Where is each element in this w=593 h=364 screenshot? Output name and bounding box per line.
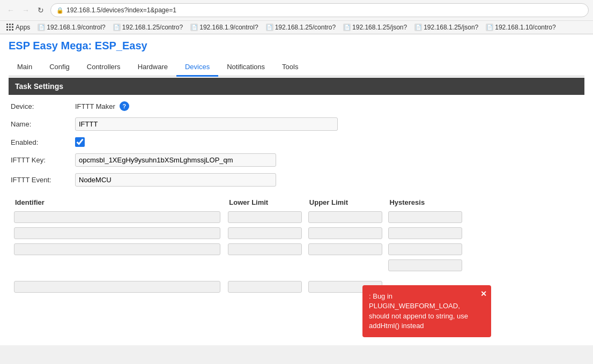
lock-icon: 🔒 — [56, 7, 64, 14]
bookmark-4-label: 192.168.1.25/contro? — [275, 24, 336, 31]
page-content: ESP Easy Mega: ESP_Easy Main Config Cont… — [0, 34, 593, 345]
col-header-hysteresis: Hysteresis — [386, 196, 465, 209]
hysteresis-input-4[interactable] — [388, 259, 462, 271]
key-value-container — [75, 153, 582, 167]
lower-input-2[interactable] — [228, 227, 302, 239]
bookmark-2-label: 192.168.1.25/contro? — [122, 24, 183, 31]
hysteresis-input-2[interactable] — [388, 227, 462, 239]
upper-input-3[interactable] — [308, 243, 382, 255]
error-toast: ✕ : Bug in PLUGIN_WEBFORM_LOAD, should n… — [362, 285, 491, 337]
apps-icon — [6, 24, 14, 31]
favicon-7: 📄 — [486, 24, 493, 31]
identifier-input-1[interactable] — [14, 211, 220, 223]
table-row — [12, 210, 465, 225]
tab-controllers[interactable]: Controllers — [78, 58, 129, 77]
table-row — [12, 242, 465, 257]
forward-button[interactable]: → — [19, 4, 32, 17]
bookmark-7-label: 192.168.1.10/contro? — [495, 24, 555, 31]
favicon-4: 📄 — [266, 24, 273, 31]
favicon-5: 📄 — [343, 24, 351, 31]
upper-input-1[interactable] — [308, 211, 382, 223]
help-icon[interactable]: ? — [120, 101, 129, 111]
bookmark-6-label: 192.168.1.25/json? — [424, 24, 478, 31]
reload-button[interactable]: ↻ — [34, 4, 47, 17]
identifier-input-bottom[interactable] — [14, 281, 220, 293]
lower-input-1[interactable] — [228, 211, 302, 223]
event-value-container — [75, 173, 582, 187]
col-header-lower: Lower Limit — [226, 196, 305, 209]
page-title: ESP Easy Mega: ESP_Easy — [9, 40, 584, 52]
tab-hardware[interactable]: Hardware — [129, 58, 176, 77]
favicon-3: 📄 — [190, 24, 198, 31]
name-row: Name: — [11, 114, 582, 134]
event-row: IFTTT Event: — [11, 170, 582, 190]
section-header: Task Settings — [9, 78, 584, 95]
key-label: IFTTT Key: — [11, 156, 75, 164]
lower-input-3[interactable] — [228, 243, 302, 255]
enabled-row: Enabled: — [11, 134, 582, 150]
back-button[interactable]: ← — [4, 4, 17, 17]
col-header-identifier: Identifier — [12, 196, 225, 209]
hysteresis-input-1[interactable] — [388, 211, 462, 223]
device-label: Device: — [11, 102, 75, 110]
favicon-2: 📄 — [113, 24, 121, 31]
tab-tools[interactable]: Tools — [273, 58, 307, 77]
lower-input-bottom[interactable] — [228, 281, 302, 293]
address-bar[interactable]: 🔒 192.168.1.5/devices?index=1&page=1 — [50, 3, 589, 17]
device-value-container: IFTTT Maker ? — [75, 101, 582, 111]
favicon-6: 📄 — [414, 24, 422, 31]
separator-row — [12, 274, 465, 278]
hysteresis-input-3[interactable] — [388, 243, 462, 255]
bookmark-3-label: 192.168.1.9/control? — [199, 24, 258, 31]
name-value-container — [75, 117, 582, 131]
nav-tabs: Main Config Controllers Hardware Devices… — [9, 58, 584, 77]
name-input[interactable] — [75, 117, 338, 131]
browser-chrome: ← → ↻ 🔒 192.168.1.5/devices?index=1&page… — [0, 0, 593, 34]
bookmarks-bar: Apps 📄 192.168.1.9/control? 📄 192.168.1.… — [0, 20, 593, 34]
bookmark-2[interactable]: 📄 192.168.1.25/contro? — [111, 23, 185, 32]
enabled-value-container — [75, 137, 582, 147]
tab-devices[interactable]: Devices — [176, 58, 218, 77]
bookmark-apps[interactable]: Apps — [4, 23, 32, 32]
url-text: 192.168.1.5/devices?index=1&page=1 — [66, 6, 176, 14]
bookmark-4[interactable]: 📄 192.168.1.25/contro? — [264, 23, 338, 32]
col-header-upper: Upper Limit — [306, 196, 386, 209]
identifier-table: Identifier Lower Limit Upper Limit Hyste… — [11, 195, 466, 295]
enabled-checkbox[interactable] — [75, 137, 85, 147]
name-label: Name: — [11, 120, 75, 128]
identifier-input-3[interactable] — [14, 243, 220, 255]
tab-main[interactable]: Main — [9, 58, 41, 77]
nav-buttons: ← → ↻ — [4, 4, 47, 17]
bookmark-7[interactable]: 📄 192.168.1.10/contro? — [484, 23, 558, 32]
bookmark-5[interactable]: 📄 192.168.1.25/json? — [341, 23, 409, 32]
bookmark-1[interactable]: 📄 192.168.1.9/control? — [35, 23, 107, 32]
bookmark-6[interactable]: 📄 192.168.1.25/json? — [412, 23, 480, 32]
error-message: : Bug in PLUGIN_WEBFORM_LOAD, should not… — [369, 292, 468, 330]
event-label: IFTTT Event: — [11, 176, 75, 184]
key-input[interactable] — [75, 153, 276, 167]
apps-label: Apps — [16, 24, 30, 31]
event-input[interactable] — [75, 173, 276, 187]
bookmark-5-label: 192.168.1.25/json? — [352, 24, 407, 31]
device-row: Device: IFTTT Maker ? — [11, 98, 582, 114]
task-settings-form: Device: IFTTT Maker ? Name: Enabled: IFT… — [9, 95, 584, 299]
enabled-label: Enabled: — [11, 138, 75, 146]
tab-config[interactable]: Config — [41, 58, 78, 77]
tab-notifications[interactable]: Notifications — [218, 58, 273, 77]
browser-toolbar: ← → ↻ 🔒 192.168.1.5/devices?index=1&page… — [0, 0, 593, 20]
identifier-input-2[interactable] — [14, 227, 220, 239]
bookmark-1-label: 192.168.1.9/control? — [47, 24, 105, 31]
table-row — [12, 226, 465, 241]
bookmark-3[interactable]: 📄 192.168.1.9/control? — [188, 23, 260, 32]
favicon-1: 📄 — [38, 24, 45, 31]
table-row-4-partial — [12, 258, 465, 273]
upper-input-2[interactable] — [308, 227, 382, 239]
device-name: IFTTT Maker — [75, 102, 115, 110]
key-row: IFTTT Key: — [11, 150, 582, 170]
toast-close-button[interactable]: ✕ — [480, 289, 487, 298]
